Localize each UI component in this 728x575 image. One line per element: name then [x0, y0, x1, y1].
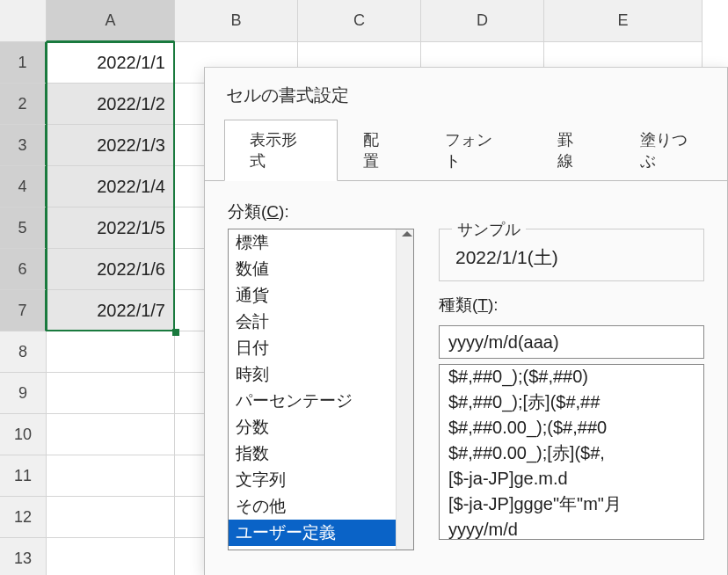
cell-A12[interactable] [47, 497, 175, 538]
row-header-2[interactable]: 2 [0, 84, 47, 125]
select-all-corner[interactable] [0, 0, 47, 42]
cell-A8[interactable] [47, 331, 175, 373]
row-header-4[interactable]: 4 [0, 166, 47, 207]
tab-font[interactable]: フォント [419, 120, 533, 181]
format-cells-dialog: セルの書式設定 表示形式 配置 フォント 罫線 塗りつぶ 分類(C): 標準 数… [204, 67, 728, 575]
category-item-currency[interactable]: 通貨 [229, 282, 413, 309]
category-item-date[interactable]: 日付 [229, 335, 413, 361]
cell-A11[interactable] [47, 455, 175, 497]
sample-label: サンプル [452, 219, 526, 240]
chevron-up-icon [402, 231, 411, 240]
cell-A1[interactable]: 2022/1/1 [47, 42, 175, 84]
category-item-text[interactable]: 文字列 [229, 467, 413, 493]
row-header-10[interactable]: 10 [0, 414, 47, 455]
sample-value: 2022/1/1(土) [452, 245, 691, 270]
row-header-12[interactable]: 12 [0, 497, 47, 538]
cell-A7[interactable]: 2022/1/7 [47, 290, 175, 331]
category-scrollbar[interactable] [396, 229, 413, 550]
type-item[interactable]: yyyy/m/d [440, 518, 703, 540]
type-item[interactable]: $#,##0_);($#,##0) [440, 365, 703, 389]
type-input[interactable] [439, 325, 704, 359]
col-header-E[interactable]: E [544, 0, 703, 42]
row-header-3[interactable]: 3 [0, 125, 47, 166]
row-header-7[interactable]: 7 [0, 290, 47, 331]
category-item-accounting[interactable]: 会計 [229, 309, 413, 335]
col-header-B[interactable]: B [175, 0, 298, 42]
type-listbox[interactable]: $#,##0_);($#,##0) $#,##0_);[赤]($#,## $#,… [439, 364, 704, 540]
cell-A5[interactable]: 2022/1/5 [47, 207, 175, 249]
cell-A4[interactable]: 2022/1/4 [47, 166, 175, 207]
row-header-5[interactable]: 5 [0, 207, 47, 249]
category-item-standard[interactable]: 標準 [229, 229, 413, 256]
tab-number-format[interactable]: 表示形式 [224, 120, 338, 181]
tab-alignment[interactable]: 配置 [338, 120, 419, 181]
sample-box: サンプル 2022/1/1(土) [439, 229, 704, 281]
number-format-panel: 分類(C): 標準 数値 通貨 会計 日付 時刻 パーセンテージ 分数 指数 文… [205, 180, 727, 575]
category-item-number[interactable]: 数値 [229, 256, 413, 282]
type-item[interactable]: $#,##0.00_);($#,##0 [440, 416, 703, 440]
col-header-D[interactable]: D [421, 0, 544, 42]
dialog-title: セルの書式設定 [205, 68, 727, 120]
cell-A2[interactable]: 2022/1/2 [47, 84, 175, 125]
category-item-percentage[interactable]: パーセンテージ [229, 388, 413, 414]
row-header-1[interactable]: 1 [0, 42, 47, 84]
category-item-custom[interactable]: ユーザー定義 [229, 520, 413, 546]
row-header-8[interactable]: 8 [0, 331, 47, 373]
tab-fill[interactable]: 塗りつぶ [615, 120, 728, 181]
type-label: 種類(T): [439, 294, 704, 317]
category-item-scientific[interactable]: 指数 [229, 440, 413, 467]
row-header-6[interactable]: 6 [0, 249, 47, 290]
cell-A13[interactable] [47, 538, 175, 575]
cell-A6[interactable]: 2022/1/6 [47, 249, 175, 290]
type-item[interactable]: [$-ja-JP]ggge"年"m"月 [440, 491, 703, 518]
cell-A3[interactable]: 2022/1/3 [47, 125, 175, 166]
row-header-9[interactable]: 9 [0, 373, 47, 414]
category-item-special[interactable]: その他 [229, 493, 413, 520]
cell-A10[interactable] [47, 414, 175, 455]
col-header-C[interactable]: C [298, 0, 421, 42]
col-header-A[interactable]: A [47, 0, 175, 42]
type-item[interactable]: $#,##0_);[赤]($#,## [440, 389, 703, 416]
cell-A9[interactable] [47, 373, 175, 414]
category-item-time[interactable]: 時刻 [229, 361, 413, 388]
type-item[interactable]: $#,##0.00_);[赤]($#, [440, 440, 703, 467]
type-item[interactable]: [$-ja-JP]ge.m.d [440, 467, 703, 491]
category-listbox[interactable]: 標準 数値 通貨 会計 日付 時刻 パーセンテージ 分数 指数 文字列 その他 … [228, 229, 414, 550]
row-header-11[interactable]: 11 [0, 455, 47, 497]
category-item-fraction[interactable]: 分数 [229, 414, 413, 440]
dialog-tabs: 表示形式 配置 フォント 罫線 塗りつぶ [205, 120, 727, 181]
row-header-13[interactable]: 13 [0, 538, 47, 575]
tab-border[interactable]: 罫線 [532, 120, 614, 181]
